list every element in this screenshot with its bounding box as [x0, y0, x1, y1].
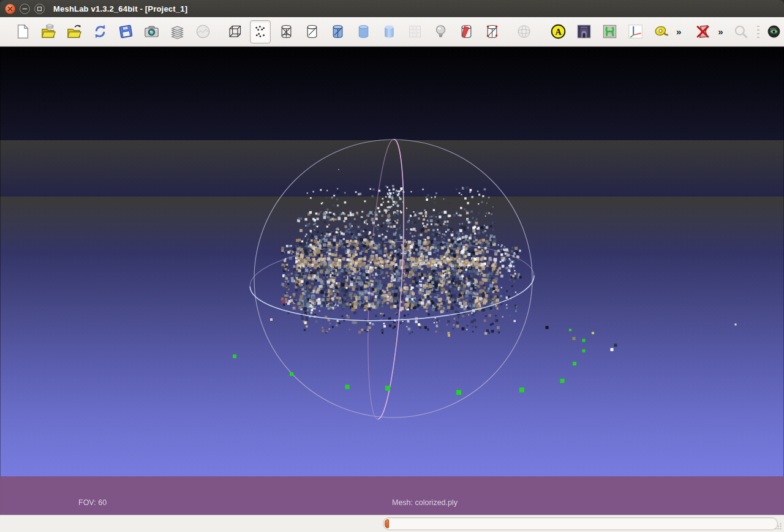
camera-icon	[143, 23, 160, 40]
toolbar-separator	[757, 26, 760, 38]
reload-button[interactable]	[89, 20, 110, 43]
render-texture-button[interactable]	[404, 20, 425, 43]
render-wireframe-button[interactable]	[276, 20, 296, 43]
main-toolbar: A	[0, 17, 784, 47]
save-icon	[118, 23, 134, 40]
search-button[interactable]	[731, 20, 752, 43]
open-project-icon	[40, 23, 57, 40]
statusbar	[0, 515, 784, 532]
render-bbox-button[interactable]	[224, 20, 245, 43]
meshlab-window: MeshLab v1.3.2_64bit - [Project_1]	[0, 0, 784, 532]
new-document-icon	[15, 23, 31, 40]
toolbar-overflow-chevron[interactable]: »	[718, 27, 723, 36]
maximize-icon	[37, 6, 42, 12]
gl-canvas[interactable]	[0, 47, 784, 515]
layers-icon	[169, 23, 186, 40]
raster-globe-icon	[195, 23, 211, 40]
new-document-button[interactable]	[12, 20, 33, 43]
light-bulb-icon	[432, 23, 449, 40]
resize-grip-icon[interactable]	[774, 522, 782, 530]
text-annotation-button[interactable]: A	[548, 20, 568, 43]
info-band: FOV: 60 FPS: 454.5 Mesh: colorized.ply V…	[0, 476, 784, 515]
background-image-icon	[576, 23, 592, 40]
open-project-button[interactable]	[38, 20, 59, 43]
reload-icon	[92, 23, 108, 40]
mesh-info: Mesh: colorized.ply Vertices: 6345 Faces…	[392, 480, 458, 515]
mdi-controls	[754, 20, 784, 43]
render-hidden-lines-button[interactable]	[301, 20, 322, 43]
minimize-icon	[22, 6, 28, 12]
texture-icon	[407, 23, 423, 40]
progress-bar	[383, 517, 778, 530]
render-flat-button[interactable]	[353, 20, 374, 43]
toolbar-overflow-chevron[interactable]: »	[676, 27, 681, 36]
eye-visibility-button[interactable]	[766, 20, 783, 43]
eye-icon	[766, 23, 782, 40]
snapshot-button[interactable]	[141, 20, 162, 43]
render-flat-lines-button[interactable]	[327, 20, 348, 43]
backface-culling-button[interactable]	[456, 20, 477, 43]
annotation-a-icon: A	[550, 23, 567, 40]
points-mode-icon	[252, 23, 269, 40]
backface-cylinder-icon	[458, 23, 475, 40]
hud-left: FOV: 60 FPS: 454.5	[78, 480, 121, 515]
window-minimize-button[interactable]	[20, 4, 30, 14]
svg-text:A: A	[555, 27, 562, 37]
delete-mesh-button[interactable]	[692, 20, 713, 43]
fov-readout: FOV: 60	[78, 498, 121, 508]
wireframe-cylinder-icon	[278, 23, 295, 40]
hidden-lines-cylinder-icon	[304, 23, 320, 40]
show-raster-button[interactable]	[192, 20, 213, 43]
render-points-button[interactable]	[250, 20, 271, 43]
trackball-globe-icon	[516, 23, 532, 40]
save-mesh-button[interactable]	[115, 20, 136, 43]
window-maximize-button[interactable]	[34, 4, 45, 14]
import-mesh-button[interactable]	[64, 20, 85, 43]
close-icon	[7, 6, 13, 12]
delete-mesh-icon	[695, 23, 711, 40]
background-image-button[interactable]	[573, 20, 594, 43]
import-mesh-icon	[66, 23, 83, 40]
window-close-button[interactable]	[5, 4, 15, 14]
gl-viewport: FOV: 60 FPS: 454.5 Mesh: colorized.ply V…	[0, 47, 784, 515]
show-axis-button[interactable]	[625, 20, 646, 43]
mesh-name-readout: Mesh: colorized.ply	[392, 498, 458, 508]
measure-tool-button[interactable]	[650, 20, 671, 43]
render-smooth-button[interactable]	[379, 20, 399, 43]
flat-cylinder-icon	[355, 23, 372, 40]
toggle-light-button[interactable]	[430, 20, 451, 43]
show-trackball-button[interactable]	[513, 20, 534, 43]
flat-lines-cylinder-icon	[330, 23, 346, 40]
window-title: MeshLab v1.3.2_64bit - [Project_1]	[53, 4, 187, 13]
selected-vertices-cylinder-icon	[484, 23, 500, 40]
quality-mapper-button[interactable]	[599, 20, 620, 43]
titlebar: MeshLab v1.3.2_64bit - [Project_1]	[0, 0, 784, 17]
quality-mapper-icon	[601, 23, 618, 40]
selected-face-rendering-button[interactable]	[481, 20, 502, 43]
show-layer-dialog-button[interactable]	[167, 20, 187, 43]
smooth-cylinder-icon	[381, 23, 398, 40]
measuring-tape-icon	[653, 23, 669, 40]
axes-icon	[627, 23, 644, 40]
progress-fill	[385, 519, 389, 528]
search-icon	[733, 23, 749, 40]
bounding-box-icon	[227, 23, 243, 40]
